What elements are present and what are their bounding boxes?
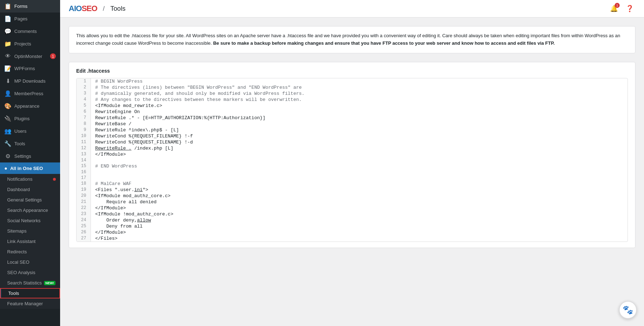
table-row: 2# The directives (lines) between "BEGIN…: [77, 84, 628, 91]
table-row: 18# MalCare WAF: [77, 181, 628, 187]
aioseo-sub-link-assistant[interactable]: Link Assistant: [0, 236, 60, 247]
aioseo-sub-dashboard[interactable]: Dashboard: [0, 184, 60, 195]
plugins-icon: 🔌: [4, 115, 11, 122]
new-badge: NEW!: [44, 281, 55, 285]
line-number: 2: [77, 84, 91, 91]
notification-badge: 1: [615, 3, 620, 8]
table-row: 1# BEGIN WordPress: [77, 78, 628, 84]
line-content: RewriteCond %{REQUEST_FILENAME} !-d: [91, 139, 628, 145]
sidebar-forms[interactable]: 📋 Forms: [0, 0, 60, 13]
chat-widget[interactable]: 🐾: [619, 301, 637, 319]
line-number: 20: [77, 193, 91, 199]
sidebar: 📋 Forms 📄 Pages 💬 Comments 📁 Projects 👁 …: [0, 0, 60, 326]
aioseo-sub-search-appearance[interactable]: Search Appearance: [0, 205, 60, 215]
aioseo-sub-tools[interactable]: Tools: [0, 288, 60, 298]
table-row: 26</IfModule>: [77, 229, 628, 235]
table-row: 16: [77, 169, 628, 175]
aioseo-sub-feature-manager[interactable]: Feature Manager: [0, 298, 60, 309]
line-number: 27: [77, 235, 91, 242]
htaccess-editor: Edit .htaccess 1# BEGIN WordPress2# The …: [69, 62, 635, 248]
table-row: 19<Files ".user.ini">: [77, 187, 628, 193]
top-bar: AIOSEO / Tools 🔔 1 ❓: [60, 0, 644, 18]
breadcrumb-separator: /: [103, 5, 105, 13]
users-icon: 👥: [4, 128, 11, 135]
sidebar-plugins[interactable]: 🔌 Plugins: [0, 112, 60, 125]
table-row: 3# dynamically generated, and should onl…: [77, 91, 628, 97]
table-row: 12RewriteRule . /index.php [L]: [77, 145, 628, 151]
sidebar-pages[interactable]: 📄 Pages: [0, 13, 60, 25]
logo-aio: AIO: [69, 4, 82, 13]
line-content: # BEGIN WordPress: [91, 78, 628, 84]
table-row: 27</Files>: [77, 235, 628, 242]
notifications-button[interactable]: 🔔 1: [608, 3, 620, 14]
aioseo-header[interactable]: ● All in One SEO: [0, 162, 60, 174]
mp-downloads-icon: ⬇: [4, 78, 11, 84]
aioseo-sub-social-networks[interactable]: Social Networks: [0, 215, 60, 226]
line-number: 24: [77, 217, 91, 223]
projects-icon: 📁: [4, 40, 11, 47]
forms-icon: 📋: [4, 3, 11, 10]
line-number: 4: [77, 97, 91, 103]
aioseo-sub-search-statistics[interactable]: Search Statistics NEW!: [0, 278, 60, 288]
table-row: 25 Deny from all: [77, 223, 628, 229]
table-row: 11RewriteCond %{REQUEST_FILENAME} !-d: [77, 139, 628, 145]
aioseo-section: ● All in One SEO Notifications Dashboard…: [0, 162, 60, 309]
table-row: 14: [77, 157, 628, 163]
pages-icon: 📄: [4, 15, 11, 22]
sidebar-settings[interactable]: ⚙ Settings: [0, 150, 60, 162]
line-number: 5: [77, 103, 91, 109]
line-content: Deny from all: [91, 223, 628, 229]
sidebar-memberpress[interactable]: 👤 MemberPress: [0, 87, 60, 100]
line-content: [91, 169, 628, 175]
sidebar-mp-downloads[interactable]: ⬇ MP Downloads: [0, 75, 60, 87]
code-editor[interactable]: 1# BEGIN WordPress2# The directives (lin…: [76, 78, 628, 242]
table-row: 7RewriteRule .* - [E=HTTP_AUTHORIZATION:…: [77, 115, 628, 121]
aioseo-sub-seo-analysis[interactable]: SEO Analysis: [0, 267, 60, 278]
line-number: 17: [77, 175, 91, 181]
table-row: 23<IfModule !mod_authz_core.c>: [77, 211, 628, 217]
sidebar-comments[interactable]: 💬 Comments: [0, 25, 60, 38]
line-content: # dynamically generated, and should only…: [91, 91, 628, 97]
line-number: 12: [77, 145, 91, 151]
line-number: 15: [77, 163, 91, 169]
line-content: </Files>: [91, 235, 628, 242]
line-content: </IfModule>: [91, 151, 628, 157]
sidebar-tools[interactable]: 🔧 Tools: [0, 137, 60, 150]
line-content: Order deny,allow: [91, 217, 628, 223]
line-content: [91, 157, 628, 163]
aioseo-sub-notifications[interactable]: Notifications: [0, 174, 60, 184]
sidebar-users[interactable]: 👥 Users: [0, 125, 60, 137]
line-content: Require all denied: [91, 199, 628, 205]
sidebar-projects[interactable]: 📁 Projects: [0, 38, 60, 50]
aioseo-label: All in One SEO: [10, 166, 43, 171]
optinmonster-badge: 1: [50, 53, 56, 59]
line-content: <IfModule mod_authz_core.c>: [91, 193, 628, 199]
aioseo-sub-general-settings[interactable]: General Settings: [0, 195, 60, 205]
line-number: 25: [77, 223, 91, 229]
line-content: </IfModule>: [91, 229, 628, 235]
comments-icon: 💬: [4, 28, 11, 35]
table-row: 17: [77, 175, 628, 181]
sidebar-appearance[interactable]: 🎨 Appearance: [0, 100, 60, 112]
line-content: </IfModule>: [91, 205, 628, 211]
wpforms-icon: 📝: [4, 65, 11, 72]
help-icon: ❓: [626, 5, 634, 13]
table-row: 10RewriteCond %{REQUEST_FILENAME} !-f: [77, 133, 628, 139]
aioseo-header-icon: ●: [4, 165, 7, 171]
content-body: This allows you to edit the .htaccess fi…: [60, 18, 644, 257]
sidebar-optinmonster[interactable]: 👁 OptinMonster 1: [0, 50, 60, 62]
top-bar-left: AIOSEO / Tools: [69, 4, 126, 13]
help-button[interactable]: ❓: [624, 3, 635, 14]
line-number: 7: [77, 115, 91, 121]
table-row: 9RewriteRule ^index\.php$ - [L]: [77, 127, 628, 133]
optinmonster-icon: 👁: [4, 53, 11, 59]
line-content: RewriteCond %{REQUEST_FILENAME} !-f: [91, 133, 628, 139]
aioseo-sub-sitemaps[interactable]: Sitemaps: [0, 226, 60, 236]
line-content: # MalCare WAF: [91, 181, 628, 187]
aioseo-sub-local-seo[interactable]: Local SEO: [0, 257, 60, 267]
line-number: 11: [77, 139, 91, 145]
line-content: # The directives (lines) between "BEGIN …: [91, 84, 628, 91]
sidebar-wpforms[interactable]: 📝 WPForms: [0, 62, 60, 75]
aioseo-sub-redirects[interactable]: Redirects: [0, 247, 60, 257]
logo-seo: SEO: [82, 4, 97, 13]
